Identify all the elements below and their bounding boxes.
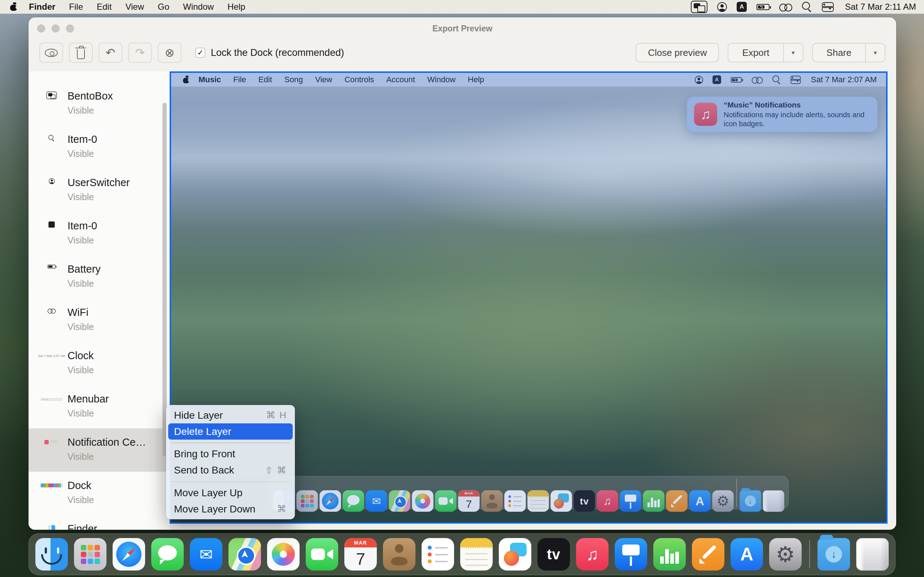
battery-icon[interactable]: ϟ	[756, 4, 769, 10]
layer-row-battery[interactable]: ϟBatteryVisible	[29, 255, 170, 298]
dock-item-trash[interactable]	[856, 538, 888, 571]
redo-button[interactable]: ↷	[128, 43, 152, 63]
preview-dock-item-numbers[interactable]	[643, 490, 664, 512]
preview-dock-item-facetime[interactable]	[435, 490, 456, 512]
layer-name: BentoBox	[68, 90, 113, 102]
menu-view[interactable]: View	[118, 2, 151, 12]
dock-item-maps[interactable]	[228, 538, 261, 571]
linked-rings-icon[interactable]	[779, 3, 792, 11]
lock-dock-checkbox[interactable]: ✓	[195, 48, 205, 58]
layer-row-notification-ce-[interactable]: Notification Ce…Visible	[29, 429, 170, 472]
preview-dock-item-photos[interactable]	[412, 490, 433, 512]
share-button[interactable]: Share ▾	[812, 43, 885, 62]
window-titlebar: Export Preview	[29, 17, 896, 39]
redo-icon: ↷	[135, 46, 145, 60]
preview-dock-item-trash[interactable]	[762, 490, 784, 512]
bentobox-thumbnail-icon	[36, 82, 68, 126]
cancel-button[interactable]: ⊗	[158, 43, 181, 63]
layer-row-item-0[interactable]: AItem-0Visible	[29, 212, 170, 255]
menu-go[interactable]: Go	[151, 2, 176, 12]
layer-row-dock[interactable]: DockVisible	[29, 472, 170, 515]
sidebar-scrollbar[interactable]	[162, 103, 167, 456]
dock-item-keynote[interactable]	[615, 538, 647, 571]
preview-dock-item-maps[interactable]	[389, 490, 410, 512]
layer-row-bentobox[interactable]: BentoBoxVisible	[29, 82, 170, 126]
share-button-label[interactable]: Share	[813, 47, 865, 58]
preview-dock-item-notes[interactable]	[527, 490, 549, 512]
dock-item-photos[interactable]	[267, 538, 300, 571]
share-dropdown-arrow-icon[interactable]: ▾	[865, 44, 885, 62]
preview-dock-item-appletv[interactable]: tv	[573, 490, 595, 512]
preview-dock-item-contacts[interactable]	[481, 490, 502, 512]
preview-dock-item-messages[interactable]	[342, 490, 364, 512]
control-center-icon[interactable]	[822, 2, 833, 12]
context-menu-item-bring-to-front[interactable]: Bring to Front	[166, 446, 295, 462]
export-dropdown-arrow-icon[interactable]: ▾	[783, 44, 803, 62]
dock-item-pages[interactable]	[692, 538, 724, 571]
preview-dock-item-pages[interactable]	[666, 490, 687, 512]
circle-x-icon: ⊗	[165, 46, 175, 60]
layer-row-menubar[interactable]: MenubarVisible	[29, 385, 170, 429]
dock-item-numbers[interactable]	[653, 538, 686, 571]
close-preview-button[interactable]: Close preview	[636, 43, 719, 62]
preview-dock-item-calendar[interactable]: MAR7	[458, 490, 479, 512]
menu-help[interactable]: Help	[221, 2, 252, 12]
dock-item-calendar[interactable]: MAR7	[344, 538, 377, 571]
notification-banner[interactable]: ♫ “Music” Notifications Notifications ma…	[687, 97, 877, 132]
dock-item-safari[interactable]	[113, 538, 145, 571]
user-switcher-icon[interactable]	[717, 2, 727, 12]
dock-item-settings[interactable]: ⚙	[769, 538, 802, 571]
dock-item-finder[interactable]	[36, 538, 68, 571]
preview-dock-item-freeform[interactable]	[551, 490, 572, 512]
preview-dock-item-appstore[interactable]: A	[689, 490, 710, 512]
preview-dock-item-reminders[interactable]	[504, 490, 525, 512]
preview-dock-item-launchpad[interactable]	[296, 490, 318, 512]
export-button-label[interactable]: Export	[729, 47, 783, 58]
dock-item-launchpad[interactable]	[74, 538, 107, 571]
layers-sidebar: BentoBoxVisibleItem-0VisibleUserSwitcher…	[29, 71, 170, 530]
eye-icon	[45, 49, 58, 57]
delete-button[interactable]	[69, 43, 93, 63]
dock-item-reminders[interactable]	[422, 538, 454, 571]
dock-item-contacts[interactable]	[383, 538, 415, 571]
context-menu-item-send-to-back[interactable]: Send to Back⇧ ⌘	[166, 462, 295, 479]
input-source-icon[interactable]: A	[737, 2, 747, 12]
context-menu-item-move-layer-up[interactable]: Move Layer Up	[166, 485, 295, 501]
toggle-visibility-button[interactable]	[39, 43, 63, 63]
menu-edit[interactable]: Edit	[90, 2, 118, 12]
menu-bar-clock[interactable]: Sat 7 Mar 2:11 AM	[845, 2, 916, 12]
dock-item-music[interactable]: ♫	[576, 538, 609, 571]
dock-item-freeform[interactable]	[499, 538, 531, 571]
dock-item-facetime[interactable]	[306, 538, 338, 571]
apple-menu-icon[interactable]	[10, 3, 17, 11]
preview-dock-item-keynote[interactable]	[620, 490, 641, 512]
dock-item-appstore[interactable]: A	[730, 538, 763, 571]
dock-item-notes[interactable]	[460, 538, 493, 571]
preview-dock-item-settings[interactable]: ⚙	[712, 490, 733, 512]
preview-menu-account: Account	[380, 75, 421, 84]
preview-dock-item-music[interactable]: ♫	[597, 490, 618, 512]
dock-item-messages[interactable]	[151, 538, 184, 571]
layer-row-finder[interactable]: FinderVisible	[29, 515, 170, 530]
export-button[interactable]: Export ▾	[728, 43, 803, 62]
menu-window[interactable]: Window	[176, 2, 221, 12]
layer-row-item-0[interactable]: Item-0Visible	[29, 126, 170, 169]
toolbar-actions: Close preview Export ▾ Share ▾	[636, 43, 885, 62]
dock-item-mail[interactable]: ✉	[190, 538, 222, 571]
layer-row-clock[interactable]: Sat 7 Mar 2:07 AMClockVisible	[29, 342, 170, 385]
context-menu-item-hide-layer[interactable]: Hide Layer⌘ H	[166, 407, 295, 423]
layer-row-userswitcher[interactable]: UserSwitcherVisible	[29, 169, 170, 212]
layer-row-wifi[interactable]: WiFiVisible	[29, 298, 170, 342]
preview-dock-item-downloads[interactable]: ↓	[740, 490, 761, 512]
menu-app-name[interactable]: Finder	[22, 2, 62, 12]
spotlight-search-icon[interactable]	[802, 2, 812, 12]
preview-dock-item-safari[interactable]	[320, 490, 341, 512]
window-switcher-icon[interactable]	[691, 1, 708, 13]
menu-file[interactable]: File	[62, 2, 90, 12]
context-menu-item-move-layer-down[interactable]: Move Layer Down⌘	[166, 501, 295, 517]
context-menu-item-delete-layer[interactable]: Delete Layer	[168, 423, 293, 440]
dock-item-appletv[interactable]: tv	[538, 538, 570, 571]
dock-item-downloads[interactable]: ↓	[817, 538, 850, 571]
preview-dock-item-mail[interactable]: ✉	[366, 490, 387, 512]
undo-button[interactable]: ↶	[99, 43, 122, 63]
